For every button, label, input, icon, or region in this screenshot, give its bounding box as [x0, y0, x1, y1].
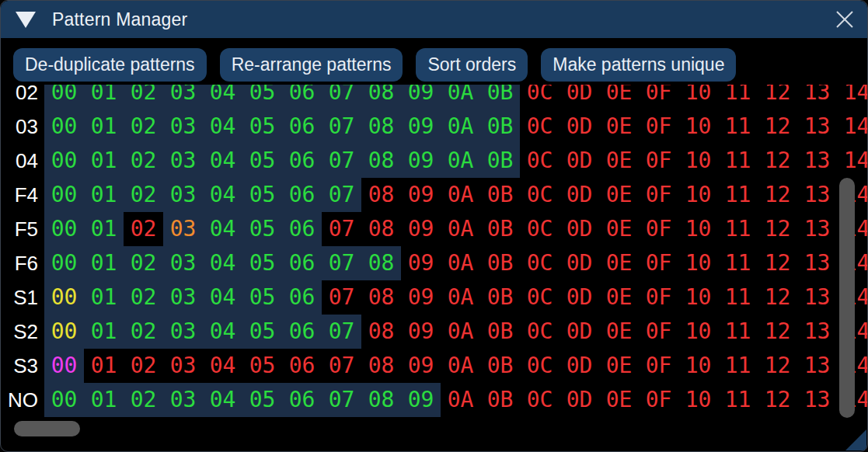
pattern-cell[interactable]: 14	[837, 85, 868, 110]
pattern-cell[interactable]: 01	[84, 315, 124, 349]
close-icon[interactable]	[833, 8, 856, 31]
horizontal-scrollbar-thumb[interactable]	[14, 421, 80, 436]
pattern-cell[interactable]: 06	[282, 246, 322, 280]
pattern-cell[interactable]: 07	[322, 178, 361, 212]
pattern-cell[interactable]: 0D	[559, 85, 599, 110]
pattern-cell[interactable]: 10	[678, 178, 718, 212]
pattern-cell[interactable]: 06	[282, 110, 322, 144]
pattern-cell[interactable]: 04	[203, 315, 242, 349]
pattern-cell[interactable]: 06	[282, 144, 322, 178]
pattern-cell[interactable]: 06	[282, 178, 322, 212]
pattern-cell[interactable]: 09	[401, 315, 441, 349]
pattern-cell[interactable]: 10	[678, 383, 718, 417]
pattern-cell[interactable]: 04	[203, 85, 242, 110]
deduplicate-patterns-button[interactable]: De-duplicate patterns	[13, 48, 207, 82]
pattern-cell[interactable]: 0F	[639, 144, 678, 178]
pattern-cell[interactable]: 0F	[639, 178, 678, 212]
pattern-cell[interactable]: 05	[242, 246, 282, 280]
pattern-cell[interactable]: 0E	[599, 212, 639, 246]
pattern-cell[interactable]: 0F	[639, 212, 678, 246]
pattern-cell[interactable]: 10	[678, 246, 718, 280]
pattern-cell[interactable]: 09	[401, 280, 441, 315]
pattern-cell[interactable]: 0F	[639, 85, 678, 110]
titlebar[interactable]: Pattern Manager	[1, 1, 867, 38]
pattern-cell[interactable]: 12	[758, 110, 797, 144]
pattern-cell[interactable]: 12	[758, 383, 797, 417]
pattern-cell[interactable]: 0A	[441, 110, 480, 144]
pattern-cell[interactable]: 09	[401, 349, 441, 383]
pattern-cell[interactable]: 02	[124, 212, 163, 246]
pattern-cell[interactable]: 01	[84, 178, 124, 212]
pattern-cell[interactable]: 11	[718, 212, 758, 246]
pattern-cell[interactable]: 08	[361, 246, 401, 280]
pattern-cell[interactable]: 0C	[520, 110, 559, 144]
pattern-cell[interactable]: 00	[44, 280, 84, 315]
pattern-cell[interactable]: 05	[242, 144, 282, 178]
pattern-cell[interactable]: 13	[797, 212, 837, 246]
pattern-cell[interactable]: 12	[758, 280, 797, 315]
pattern-cell[interactable]: 03	[163, 246, 203, 280]
pattern-cell[interactable]: 0F	[639, 383, 678, 417]
pattern-cell[interactable]: 10	[678, 349, 718, 383]
pattern-cell[interactable]: 09	[401, 144, 441, 178]
pattern-cell[interactable]: 13	[797, 349, 837, 383]
pattern-cell[interactable]: 08	[361, 383, 401, 417]
pattern-cell[interactable]: 11	[718, 85, 758, 110]
pattern-cell[interactable]: 00	[44, 212, 84, 246]
pattern-cell[interactable]: 02	[124, 178, 163, 212]
pattern-cell[interactable]: 0D	[559, 315, 599, 349]
pattern-cell[interactable]: 00	[44, 246, 84, 280]
pattern-cell[interactable]: 0F	[639, 280, 678, 315]
pattern-cell[interactable]: 01	[84, 246, 124, 280]
pattern-cell[interactable]: 06	[282, 85, 322, 110]
pattern-cell[interactable]: 04	[203, 246, 242, 280]
pattern-cell[interactable]: 07	[322, 110, 361, 144]
pattern-cell[interactable]: 09	[401, 383, 441, 417]
pattern-cell[interactable]: 0D	[559, 246, 599, 280]
pattern-cell[interactable]: 08	[361, 85, 401, 110]
pattern-cell[interactable]: 00	[44, 315, 84, 349]
pattern-cell[interactable]: 11	[718, 178, 758, 212]
pattern-cell[interactable]: 0C	[520, 246, 559, 280]
pattern-cell[interactable]: 02	[124, 383, 163, 417]
pattern-cell[interactable]: 01	[84, 280, 124, 315]
pattern-cell[interactable]: 06	[282, 315, 322, 349]
pattern-cell[interactable]: 0A	[441, 144, 480, 178]
pattern-cell[interactable]: 0B	[480, 144, 520, 178]
pattern-cell[interactable]: 0F	[639, 315, 678, 349]
pattern-cell[interactable]: 00	[44, 110, 84, 144]
pattern-cell[interactable]: 05	[242, 85, 282, 110]
pattern-cell[interactable]: 04	[203, 212, 242, 246]
pattern-cell[interactable]: 0E	[599, 315, 639, 349]
pattern-cell[interactable]: 12	[758, 85, 797, 110]
pattern-cell[interactable]: 0B	[480, 315, 520, 349]
pattern-cell[interactable]: 06	[282, 349, 322, 383]
pattern-cell[interactable]: 11	[718, 144, 758, 178]
pattern-cell[interactable]: 05	[242, 212, 282, 246]
pattern-cell[interactable]: 0B	[480, 349, 520, 383]
pattern-cell[interactable]: 08	[361, 144, 401, 178]
pattern-cell[interactable]: 0E	[599, 349, 639, 383]
pattern-cell[interactable]: 00	[44, 178, 84, 212]
pattern-cell[interactable]: 07	[322, 349, 361, 383]
pattern-cell[interactable]: 11	[718, 280, 758, 315]
pattern-cell[interactable]: 07	[322, 280, 361, 315]
pattern-cell[interactable]: 07	[322, 212, 361, 246]
pattern-cell[interactable]: 03	[163, 349, 203, 383]
pattern-cell[interactable]: 11	[718, 349, 758, 383]
pattern-cell[interactable]: 07	[322, 246, 361, 280]
pattern-cell[interactable]: 03	[163, 212, 203, 246]
pattern-cell[interactable]: 01	[84, 212, 124, 246]
pattern-cell[interactable]: 02	[124, 110, 163, 144]
pattern-cell[interactable]: 07	[322, 144, 361, 178]
pattern-cell[interactable]: 12	[758, 144, 797, 178]
collapse-icon[interactable]	[16, 12, 36, 28]
pattern-cell[interactable]: 03	[163, 178, 203, 212]
rearrange-patterns-button[interactable]: Re-arrange patterns	[220, 48, 403, 82]
pattern-cell[interactable]: 11	[718, 246, 758, 280]
pattern-cell[interactable]: 0E	[599, 178, 639, 212]
pattern-cell[interactable]: 0B	[480, 383, 520, 417]
pattern-cell[interactable]: 0C	[520, 280, 559, 315]
pattern-cell[interactable]: 13	[797, 315, 837, 349]
pattern-cell[interactable]: 13	[797, 178, 837, 212]
